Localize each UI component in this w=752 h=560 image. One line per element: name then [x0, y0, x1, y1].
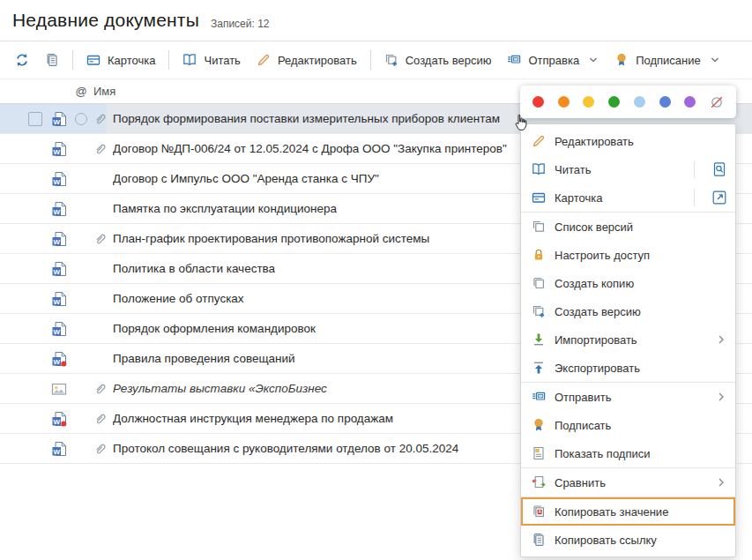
document-name[interactable]: Протокол совещания с руководителями отде…	[113, 442, 458, 455]
versions-icon	[532, 220, 546, 234]
menu-item-compare[interactable]: Сравнить	[521, 468, 735, 497]
toolbar: Карточка Читать Редактировать Создать ве…	[0, 41, 752, 79]
menu-item-copy-link[interactable]: Копировать ссылку	[521, 526, 735, 554]
word-document-icon	[51, 141, 67, 157]
word-document-icon	[51, 201, 67, 217]
lock-icon	[532, 248, 546, 262]
edit-button-label: Редактировать	[278, 54, 357, 67]
document-name[interactable]: Положение об отпусках	[113, 292, 244, 305]
context-menu: Редактировать Читать Карточка Список вер…	[520, 123, 736, 557]
compare-icon	[532, 475, 546, 489]
paperclip-icon	[93, 442, 108, 456]
color-lightblue-dot[interactable]	[634, 96, 645, 108]
toolbar-separator	[72, 50, 73, 70]
paperclip-icon	[93, 382, 108, 396]
document-name[interactable]: Договор №ДП-006/24 от 12.05.2024 с Дрофа…	[113, 142, 507, 155]
word-document-icon	[51, 171, 67, 187]
color-red-dot[interactable]	[532, 96, 544, 108]
menu-item-create-copy[interactable]: Создать копию	[521, 269, 735, 297]
chevron-down-icon	[588, 55, 599, 65]
color-purple-dot[interactable]	[684, 96, 696, 108]
page-header: Недавние документы Записей: 12	[0, 0, 752, 41]
word-document-signed-icon	[51, 411, 67, 427]
preview-icon[interactable]	[711, 161, 727, 177]
document-name[interactable]: Должностная инструкция менеджера по прод…	[113, 412, 393, 425]
chevron-right-icon	[716, 333, 726, 346]
document-name[interactable]: Политика в области качества	[113, 262, 275, 275]
no-color-icon[interactable]	[710, 95, 724, 109]
color-blue-dot[interactable]	[659, 96, 671, 108]
document-name[interactable]: Порядок формирования поставки измеритель…	[113, 112, 500, 125]
send-dropdown-button[interactable]: Отправка	[499, 49, 607, 71]
word-document-signed-icon	[51, 351, 67, 367]
chevron-down-icon	[710, 55, 720, 65]
word-document-icon	[51, 111, 67, 127]
menu-item-send[interactable]: Отправить	[521, 383, 735, 411]
refresh-icon	[15, 53, 29, 67]
create-version-icon	[384, 53, 398, 67]
copy-icon	[45, 53, 59, 67]
color-yellow-dot[interactable]	[583, 96, 594, 108]
read-button[interactable]: Читать	[175, 49, 248, 71]
create-version-icon	[532, 304, 546, 318]
toolbar-separator	[370, 50, 371, 70]
word-document-icon	[51, 291, 67, 307]
document-name[interactable]: Правила проведения совещаний	[113, 352, 295, 365]
menu-item-access-rights[interactable]: Настроить доступ	[521, 241, 735, 269]
word-document-icon	[51, 261, 67, 277]
pencil-icon	[532, 134, 546, 148]
copy-value-icon	[532, 504, 546, 519]
signatures-icon	[532, 446, 546, 460]
color-green-dot[interactable]	[608, 96, 620, 108]
paperclip-icon	[93, 142, 108, 156]
card-icon	[532, 190, 546, 205]
word-document-icon	[51, 321, 67, 337]
document-name[interactable]: Порядок оформления командировок	[113, 322, 316, 335]
paperclip-icon	[93, 232, 108, 246]
image-document-icon	[51, 381, 67, 397]
menu-item-copy-value[interactable]: Копировать значение	[521, 497, 735, 526]
open-in-window-icon[interactable]	[711, 190, 727, 205]
menu-item-export[interactable]: Экспортировать	[521, 354, 735, 382]
menu-item-show-signatures[interactable]: Показать подписи	[521, 439, 735, 467]
menu-item-create-version[interactable]: Создать версию	[521, 297, 735, 325]
card-button[interactable]: Карточка	[78, 49, 163, 71]
medal-icon	[614, 53, 629, 67]
row-checkbox[interactable]	[28, 112, 42, 126]
menu-item-sign[interactable]: Подписать	[521, 411, 735, 439]
copy-link-icon	[532, 533, 546, 547]
chevron-right-icon	[716, 391, 726, 403]
document-name[interactable]: Результаты выставки «ЭкспоБизнес	[113, 382, 327, 395]
status-circle-icon	[75, 113, 87, 125]
word-document-icon	[51, 441, 67, 457]
menu-item-card[interactable]: Карточка	[521, 183, 735, 212]
create-version-button[interactable]: Создать версию	[376, 49, 500, 71]
book-icon	[182, 53, 197, 67]
document-name[interactable]: Памятка по эксплуатации кондиционера	[113, 202, 337, 215]
copy-icon	[532, 276, 546, 290]
label-color-popup	[520, 86, 736, 118]
send-icon	[507, 53, 521, 67]
send-dropdown-label: Отправка	[528, 54, 579, 67]
card-icon	[86, 53, 101, 67]
document-name[interactable]: План-график проектирования противопожарн…	[113, 232, 429, 245]
pencil-icon	[257, 53, 271, 67]
menu-item-edit[interactable]: Редактировать	[521, 127, 735, 155]
paperclip-icon	[93, 412, 108, 426]
column-header-name[interactable]: Имя	[93, 85, 115, 98]
refresh-button[interactable]	[7, 49, 37, 71]
color-orange-dot[interactable]	[558, 96, 570, 108]
menu-item-version-list[interactable]: Список версий	[521, 213, 735, 241]
paperclip-icon	[93, 112, 108, 126]
copy-button[interactable]	[37, 49, 67, 71]
word-document-icon	[51, 231, 67, 247]
toolbar-separator	[168, 50, 169, 70]
import-icon	[532, 332, 546, 347]
signing-dropdown-button[interactable]: Подписание	[607, 49, 728, 71]
menu-item-import[interactable]: Импортировать	[521, 325, 735, 354]
menu-item-read[interactable]: Читать	[521, 155, 735, 183]
edit-button[interactable]: Редактировать	[249, 49, 365, 71]
book-icon	[532, 162, 546, 176]
document-name[interactable]: Договор с Импульс ООО "Аренда станка с Ч…	[113, 172, 379, 185]
column-header-attachment[interactable]: @	[75, 85, 87, 98]
